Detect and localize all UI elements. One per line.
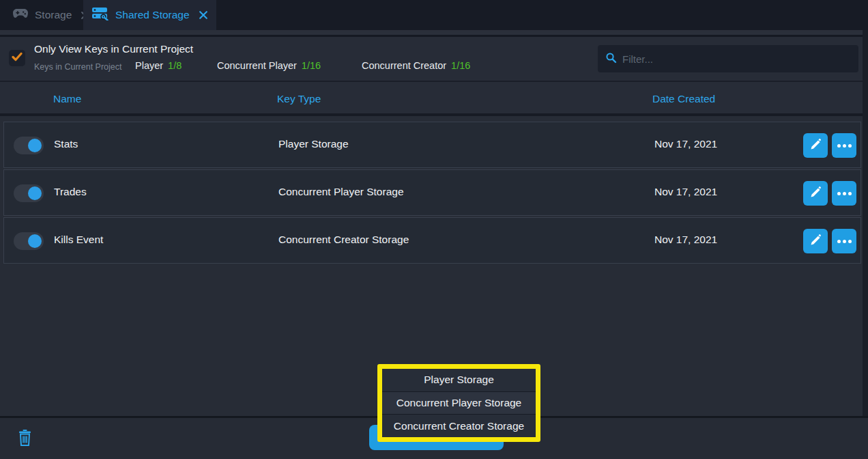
- tab-shared-storage-label: Shared Storage: [115, 9, 190, 21]
- ellipsis-icon: [837, 240, 852, 243]
- row-name: Stats: [54, 138, 78, 150]
- more-options-button[interactable]: [832, 133, 856, 158]
- column-header-date-created[interactable]: Date Created: [652, 93, 715, 105]
- row-enable-toggle[interactable]: [14, 232, 44, 250]
- more-options-button[interactable]: [832, 181, 856, 206]
- player-quota-value: 1/8: [168, 60, 182, 71]
- search-icon: [605, 52, 617, 66]
- check-icon: [12, 52, 23, 64]
- concurrent-player-quota: Concurrent Player1/16: [217, 60, 321, 71]
- scrollbar-track[interactable]: [863, 30, 868, 459]
- filter-input[interactable]: [622, 53, 851, 65]
- table-row: Trades Concurrent Player Storage Nov 17,…: [3, 169, 861, 216]
- table-row: Stats Player Storage Nov 17, 2021: [3, 122, 861, 168]
- column-header-key-type[interactable]: Key Type: [277, 93, 321, 105]
- edit-button[interactable]: [803, 133, 828, 158]
- filter-box[interactable]: [598, 45, 858, 72]
- key-type-dropdown-highlighted: Player Storage Concurrent Player Storage…: [377, 364, 540, 442]
- more-options-button[interactable]: [832, 229, 856, 253]
- column-header-name[interactable]: Name: [53, 93, 81, 105]
- row-enable-toggle[interactable]: [14, 137, 44, 154]
- menu-item-player-storage[interactable]: Player Storage: [382, 369, 536, 391]
- concurrent-creator-quota: Concurrent Creator1/16: [362, 60, 470, 71]
- toggle-knob: [28, 234, 42, 248]
- row-date-created: Nov 17, 2021: [654, 186, 717, 198]
- edit-button[interactable]: [803, 229, 828, 253]
- player-quota: Player1/8: [135, 60, 182, 71]
- pencil-icon: [809, 139, 822, 153]
- concurrent-player-quota-value: 1/16: [302, 60, 321, 71]
- row-name: Kills Event: [54, 234, 103, 246]
- keys-in-project-label: Keys in Current Project: [34, 62, 122, 72]
- delete-button[interactable]: [15, 429, 34, 448]
- header-section: Only View Keys in Current Project Keys i…: [0, 37, 868, 81]
- only-current-project-checkbox[interactable]: [9, 50, 25, 66]
- menu-item-concurrent-player-storage[interactable]: Concurrent Player Storage: [382, 392, 536, 415]
- menu-item-concurrent-creator-storage[interactable]: Concurrent Creator Storage: [382, 415, 536, 437]
- close-icon[interactable]: [199, 10, 208, 20]
- divider: [0, 30, 868, 35]
- tab-storage-label: Storage: [35, 9, 72, 21]
- concurrent-creator-quota-value: 1/16: [451, 60, 470, 71]
- table-header: Name Key Type Date Created: [0, 81, 868, 116]
- pencil-icon: [809, 186, 822, 201]
- edit-button[interactable]: [803, 181, 828, 206]
- table-row: Kills Event Concurrent Creator Storage N…: [3, 217, 861, 264]
- row-date-created: Nov 17, 2021: [654, 138, 717, 150]
- ellipsis-icon: [837, 144, 852, 148]
- toggle-knob: [28, 186, 42, 200]
- toggle-knob: [28, 139, 42, 152]
- row-enable-toggle[interactable]: [14, 184, 44, 202]
- row-date-created: Nov 17, 2021: [654, 234, 717, 246]
- shared-storage-icon: [91, 7, 109, 23]
- ellipsis-icon: [837, 192, 852, 195]
- tab-shared-storage[interactable]: Shared Storage: [83, 0, 216, 30]
- gamepad-icon: [12, 8, 29, 22]
- row-key-type: Player Storage: [278, 138, 349, 150]
- tab-bar: Storage Shared Storage: [0, 0, 868, 30]
- checkbox-label: Only View Keys in Current Project: [34, 43, 193, 55]
- row-key-type: Concurrent Player Storage: [278, 186, 404, 198]
- trash-icon: [18, 430, 32, 448]
- row-name: Trades: [54, 186, 87, 198]
- row-key-type: Concurrent Creator Storage: [278, 234, 409, 246]
- pencil-icon: [809, 234, 822, 249]
